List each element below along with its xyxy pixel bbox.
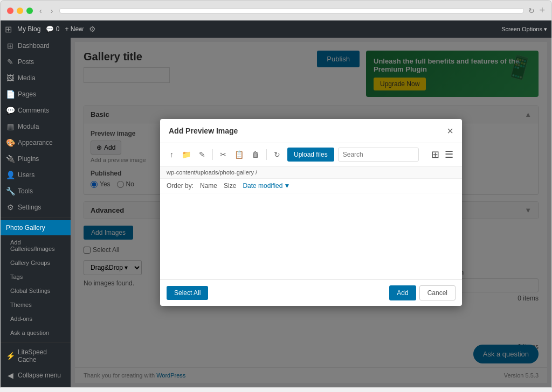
modal-search-input[interactable] <box>338 148 419 162</box>
grid-view-button[interactable]: ⊞ <box>429 148 441 162</box>
view-toggle: ⊞ ☰ <box>429 148 456 162</box>
sidebar-item-plugins[interactable]: 🔌 Plugins <box>1 151 71 167</box>
forward-button[interactable]: › <box>49 5 56 16</box>
posts-icon: ✎ <box>6 58 15 66</box>
comments-link[interactable]: 💬 0 <box>46 25 59 33</box>
refresh-icon[interactable]: ↻ <box>528 6 535 15</box>
sidebar-sub-tags[interactable]: Tags <box>1 270 71 284</box>
media-icon: 🖼 <box>6 74 15 82</box>
sort-label: Order by: <box>167 182 194 190</box>
paste-button[interactable]: 📋 <box>231 148 247 161</box>
sidebar-item-users[interactable]: 👤 Users <box>1 167 71 183</box>
sidebar-item-appearance[interactable]: 🎨 Appearance <box>1 135 71 151</box>
sort-by-date[interactable]: Date modified ▼ <box>243 182 290 190</box>
modal-cancel-button[interactable]: Cancel <box>419 285 456 300</box>
sidebar-collapse-menu[interactable]: ◀ Collapse menu <box>1 367 71 383</box>
folder-button[interactable]: 📁 <box>178 148 194 161</box>
sidebar-sub-addons[interactable]: Add-ons <box>1 312 71 326</box>
wp-logo-icon: ⊞ <box>5 24 12 34</box>
sidebar-sub-ask-question[interactable]: Ask a question <box>1 326 71 340</box>
sort-by-name[interactable]: Name <box>200 182 217 190</box>
sidebar-item-pages[interactable]: 📄 Pages <box>1 86 71 102</box>
modal-dialog: Add Preview Image × ↑ 📁 ✎ ✂ 📋 🗑 ↻ <box>160 119 462 306</box>
sidebar-sub-themes[interactable]: Themes <box>1 298 71 312</box>
modal-toolbar: ↑ 📁 ✎ ✂ 📋 🗑 ↻ Upload files ⊞ ☰ <box>160 143 462 166</box>
browser-controls <box>7 8 33 14</box>
delete-button[interactable]: 🗑 <box>249 148 263 161</box>
appearance-icon: 🎨 <box>6 138 15 147</box>
upload-files-button[interactable]: Upload files <box>287 148 334 162</box>
upload-icon-button[interactable]: ↑ <box>167 148 177 161</box>
modal-footer-actions: Add Cancel <box>389 285 456 300</box>
modal-add-button[interactable]: Add <box>389 285 416 300</box>
modula-icon: ▦ <box>6 122 15 131</box>
minimize-dot[interactable] <box>17 8 23 14</box>
users-icon: 👤 <box>6 171 15 179</box>
modal-title: Add Preview Image <box>169 127 238 135</box>
sidebar-item-dashboard[interactable]: ⊞ Dashboard <box>1 38 71 54</box>
modal-overlay: Add Preview Image × ↑ 📁 ✎ ✂ 📋 🗑 ↻ <box>71 38 551 387</box>
plugins-icon: 🔌 <box>6 155 15 163</box>
sidebar-item-litespeed[interactable]: ⚡ LiteSpeed Cache <box>1 345 71 367</box>
back-button[interactable]: ‹ <box>37 5 44 16</box>
address-bar[interactable] <box>59 8 524 13</box>
modal-path: wp-content/uploads/photo-gallery / <box>160 166 462 179</box>
modal-close-button[interactable]: × <box>447 125 453 136</box>
modal-sort-bar: Order by: Name Size Date modified ▼ <box>160 179 462 193</box>
modal-header: Add Preview Image × <box>160 119 462 143</box>
sidebar: ⊞ Dashboard ✎ Posts 🖼 Media 📄 Pages 💬 Co… <box>1 38 71 387</box>
sidebar-item-settings[interactable]: ⚙ Settings <box>1 199 71 215</box>
sidebar-item-comments[interactable]: 💬 Comments <box>1 102 71 118</box>
sidebar-sub-global-settings[interactable]: Global Settings <box>1 284 71 298</box>
toolbar-separator-2 <box>266 149 267 160</box>
sidebar-sub-photo-gallery[interactable]: Photo Gallery <box>1 220 71 235</box>
maximize-dot[interactable] <box>26 8 33 14</box>
edit-button[interactable]: ✎ <box>196 148 209 161</box>
sidebar-item-media[interactable]: 🖼 Media <box>1 70 71 86</box>
close-dot[interactable] <box>7 8 13 14</box>
dashboard-icon: ⊞ <box>6 41 15 50</box>
screen-options-button[interactable]: Screen Options ▾ <box>501 26 547 33</box>
select-all-button[interactable]: Select All <box>167 286 208 300</box>
sidebar-sub-add-galleries[interactable]: Add Galleries/Images <box>1 235 71 256</box>
new-tab-button[interactable]: + <box>539 5 545 16</box>
refresh-icon-button[interactable]: ↻ <box>271 148 284 161</box>
modal-footer: Select All Add Cancel <box>160 279 462 306</box>
pages-icon: 📄 <box>6 90 15 99</box>
sidebar-item-posts[interactable]: ✎ Posts <box>1 54 71 70</box>
cut-button[interactable]: ✂ <box>217 148 230 161</box>
sort-by-size[interactable]: Size <box>224 182 236 190</box>
settings-icon: ⚙ <box>6 203 15 212</box>
list-view-button[interactable]: ☰ <box>443 148 456 162</box>
collapse-icon: ◀ <box>6 371 15 380</box>
sidebar-item-modula[interactable]: ▦ Modula <box>1 118 71 135</box>
new-content-link[interactable]: + New <box>65 25 83 33</box>
toolbar-separator-1 <box>212 149 213 160</box>
sidebar-item-tools[interactable]: 🔧 Tools <box>1 183 71 199</box>
tools-icon: 🔧 <box>6 187 15 195</box>
customize-icon: ⚙ <box>89 25 96 33</box>
blog-name[interactable]: My Blog <box>17 25 40 33</box>
litespeed-icon: ⚡ <box>6 352 15 360</box>
comments-icon: 💬 <box>6 106 15 115</box>
sidebar-sub-gallery-groups[interactable]: Gallery Groups <box>1 256 71 270</box>
main-area: Gallery title Publish Unleash the full b… <box>71 38 551 387</box>
modal-content-area <box>160 193 462 279</box>
